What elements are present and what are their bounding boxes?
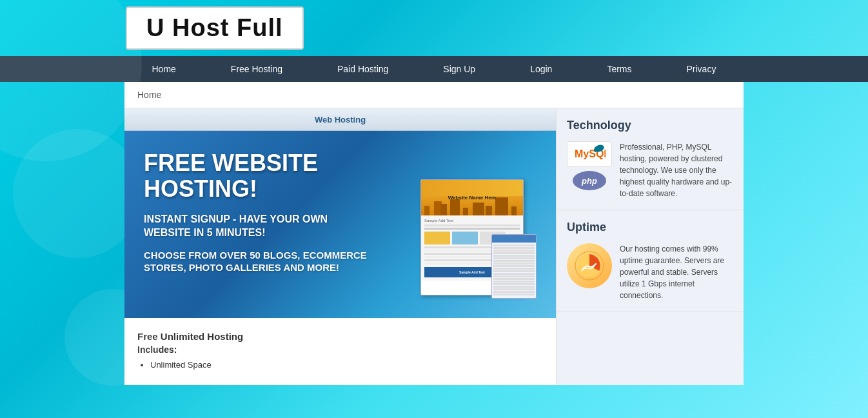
breadcrumb: Home xyxy=(124,82,744,108)
logo-box: U Host Full xyxy=(126,6,304,50)
technology-icon-area: MySQL php xyxy=(567,141,612,190)
php-badge: php xyxy=(573,171,606,190)
technology-text: Professional, PHP, MySQL hosting, powere… xyxy=(620,141,733,199)
nav-privacy[interactable]: Privacy xyxy=(674,56,729,82)
main-col: Web Hosting FREE WEBSITE HOSTING! INSTAN… xyxy=(124,108,557,385)
hero-desc: CHOOSE FROM OVER 50 BLOGS, ECOMMERCE STO… xyxy=(144,249,369,274)
uptime-title: Uptime xyxy=(567,221,733,234)
free-unlimited-title: Free Unlimited Hosting xyxy=(137,331,543,342)
hero-banner: FREE WEBSITE HOSTING! INSTANT SIGNUP - H… xyxy=(124,131,556,318)
tab-label: Web Hosting xyxy=(315,115,366,124)
main-container: Home Web Hosting FREE WEBSITE HOSTING! I… xyxy=(124,82,744,385)
nav-free-hosting[interactable]: Free Hosting xyxy=(218,56,295,82)
technology-title: Technology xyxy=(567,119,733,132)
handshake-svg xyxy=(573,250,606,282)
tab-bar: Web Hosting xyxy=(124,108,556,131)
sidebar-technology: Technology MySQL xyxy=(557,108,744,210)
logo-text: U Host Full xyxy=(146,14,283,41)
nav-login[interactable]: Login xyxy=(517,56,565,82)
sidebar: Technology MySQL xyxy=(557,108,744,385)
nav-paid-hosting[interactable]: Paid Hosting xyxy=(324,56,401,82)
feature-item-1: Unlimited Space xyxy=(150,360,543,370)
handshake-icon xyxy=(567,243,612,288)
hero-text: FREE WEBSITE HOSTING! INSTANT SIGNUP - H… xyxy=(144,150,369,274)
mockup-sample-text: Sample Add Text xyxy=(424,219,520,223)
php-label: php xyxy=(582,176,597,186)
mockup-website-name: Website Name Here xyxy=(448,195,497,201)
hero-subtitle: INSTANT SIGNUP - HAVE YOUR OWN WEBSITE I… xyxy=(144,213,369,240)
nav-terms[interactable]: Terms xyxy=(594,56,644,82)
content-area: Web Hosting FREE WEBSITE HOSTING! INSTAN… xyxy=(124,108,744,385)
sidebar-uptime: Uptime xyxy=(557,210,744,312)
mockup-front xyxy=(491,234,537,299)
navbar: Home Free Hosting Paid Hosting Sign Up L… xyxy=(0,56,868,82)
logo-area: U Host Full xyxy=(0,0,868,56)
uptime-icon-area xyxy=(567,243,612,288)
mysql-logo-svg: MySQL xyxy=(573,144,606,163)
hero-title: FREE WEBSITE HOSTING! xyxy=(144,150,369,201)
nav-home[interactable]: Home xyxy=(139,56,188,82)
uptime-text: Our hosting comes with 99% uptime guaran… xyxy=(620,243,733,301)
hero-image: Website Name Here Sample xyxy=(369,150,537,299)
mysql-label: MySQL xyxy=(571,144,607,164)
bottom-content: Free Unlimited Hosting Includes: Unlimit… xyxy=(124,318,556,383)
nav-sign-up[interactable]: Sign Up xyxy=(430,56,488,82)
free-unlimited-subtitle: Includes: xyxy=(137,344,543,355)
mockup-footer-text: Sample Add Text xyxy=(459,270,485,274)
